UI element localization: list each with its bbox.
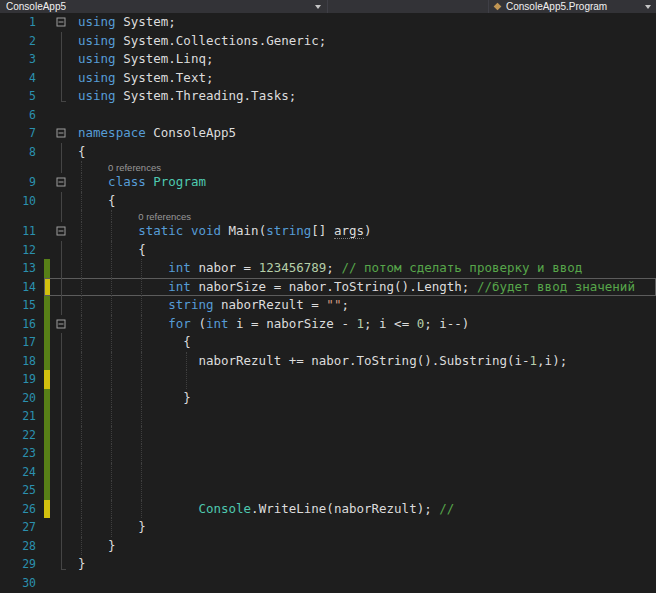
line-number[interactable]: 2: [0, 32, 44, 51]
line-number[interactable]: 1: [0, 13, 44, 32]
outlining-margin: [50, 192, 72, 211]
code-text: 0 references: [72, 210, 656, 222]
code-line[interactable]: 17 {: [0, 333, 656, 352]
code-line[interactable]: 1using System;: [0, 13, 656, 32]
line-number[interactable]: 15: [0, 296, 44, 315]
code-line[interactable]: 23: [0, 444, 656, 463]
code-text: [72, 481, 656, 500]
code-line[interactable]: 9 class Program: [0, 173, 656, 192]
outlining-margin: [50, 500, 72, 519]
fold-collapse-icon[interactable]: [50, 315, 72, 334]
code-line[interactable]: 12 {: [0, 241, 656, 260]
code-line[interactable]: 13 int nabor = 123456789; // потом сдела…: [0, 259, 656, 278]
code-line[interactable]: 29}: [0, 555, 656, 574]
line-number[interactable]: 23: [0, 444, 44, 463]
line-number[interactable]: 22: [0, 426, 44, 445]
code-line[interactable]: 2using System.Collections.Generic;: [0, 32, 656, 51]
code-line[interactable]: 16 for (int i = naborSize - 1; i <= 0; i…: [0, 315, 656, 334]
line-number[interactable]: 18: [0, 352, 44, 371]
line-number[interactable]: 29: [0, 555, 44, 574]
line-number[interactable]: 12: [0, 241, 44, 260]
line-number[interactable]: [0, 210, 44, 222]
line-number[interactable]: 8: [0, 143, 44, 162]
fold-collapse-icon[interactable]: [50, 124, 72, 143]
codelens-references[interactable]: 0 references: [108, 162, 161, 173]
line-number[interactable]: 25: [0, 481, 44, 500]
line-number[interactable]: 26: [0, 500, 44, 519]
line-body: {: [44, 192, 656, 211]
chevron-down-icon: [645, 5, 651, 9]
indent-guide: [141, 407, 142, 426]
line-number[interactable]: 13: [0, 259, 44, 278]
fold-collapse-icon[interactable]: [50, 173, 72, 192]
line-number[interactable]: [0, 161, 44, 173]
code-line[interactable]: 27 }: [0, 518, 656, 537]
indent-guide: [81, 407, 82, 426]
codelens-references[interactable]: 0 references: [138, 211, 191, 222]
class-icon: [494, 3, 502, 11]
code-line[interactable]: 4using System.Text;: [0, 69, 656, 88]
code-line[interactable]: 7namespace ConsoleApp5: [0, 124, 656, 143]
line-number[interactable]: 17: [0, 333, 44, 352]
code-line[interactable]: 24: [0, 463, 656, 482]
line-number[interactable]: 11: [0, 222, 44, 241]
line-body: [44, 481, 656, 500]
line-number[interactable]: 3: [0, 50, 44, 69]
line-number[interactable]: 20: [0, 389, 44, 408]
code-line[interactable]: 25: [0, 481, 656, 500]
code-line[interactable]: 3using System.Linq;: [0, 50, 656, 69]
editor-rows: 1using System;2using System.Collections.…: [0, 13, 656, 593]
code-line[interactable]: 10 {: [0, 192, 656, 211]
line-number[interactable]: 7: [0, 124, 44, 143]
line-number[interactable]: 6: [0, 106, 44, 125]
code-line[interactable]: 28 }: [0, 537, 656, 556]
indent-guide: [81, 444, 82, 463]
line-number[interactable]: 27: [0, 518, 44, 537]
code-text: int naborSize = nabor.ToString().Length;…: [72, 278, 656, 297]
code-line[interactable]: 15 string naborRezult = "";: [0, 296, 656, 315]
code-text: namespace ConsoleApp5: [72, 124, 656, 143]
line-body: namespace ConsoleApp5: [44, 124, 656, 143]
line-number[interactable]: 5: [0, 87, 44, 106]
code-text: {: [72, 143, 656, 162]
fold-collapse-icon[interactable]: [50, 13, 72, 32]
code-line[interactable]: 14 int naborSize = nabor.ToString().Leng…: [0, 278, 656, 297]
indent-guide: [141, 481, 142, 500]
code-line[interactable]: 18 naborRezult += nabor.ToString().Subst…: [0, 352, 656, 371]
type-dropdown[interactable]: ConsoleApp5.Program: [488, 0, 656, 13]
code-line[interactable]: 5using System.Threading.Tasks;: [0, 87, 656, 106]
outlining-margin: [50, 278, 72, 297]
code-line[interactable]: 8{: [0, 143, 656, 162]
code-line[interactable]: 11 static void Main(string[] args): [0, 222, 656, 241]
line-number[interactable]: 30: [0, 574, 44, 593]
line-number[interactable]: 9: [0, 173, 44, 192]
outlining-margin: [50, 426, 72, 445]
code-line[interactable]: 21: [0, 407, 656, 426]
code-line[interactable]: 30: [0, 574, 656, 593]
line-number[interactable]: 24: [0, 463, 44, 482]
code-line[interactable]: 22: [0, 426, 656, 445]
code-text: [72, 574, 656, 593]
line-number[interactable]: 14: [0, 278, 44, 297]
line-number[interactable]: 21: [0, 407, 44, 426]
line-number[interactable]: 19: [0, 370, 44, 389]
line-number[interactable]: 10: [0, 192, 44, 211]
codelens-row[interactable]: 0 references: [0, 210, 656, 222]
indent-guide: [111, 444, 112, 463]
indent-guide: [111, 481, 112, 500]
code-text: }: [72, 555, 656, 574]
code-line[interactable]: 6: [0, 106, 656, 125]
indent-guide: [141, 463, 142, 482]
project-dropdown[interactable]: ConsoleApp5: [0, 0, 328, 13]
fold-collapse-icon[interactable]: [50, 222, 72, 241]
line-number[interactable]: 16: [0, 315, 44, 334]
line-number[interactable]: 28: [0, 537, 44, 556]
line-number[interactable]: 4: [0, 69, 44, 88]
code-line[interactable]: 19: [0, 370, 656, 389]
code-text: [72, 444, 656, 463]
code-line[interactable]: 20 }: [0, 389, 656, 408]
outlining-margin: [50, 296, 72, 315]
outlining-margin: [50, 574, 72, 593]
code-line[interactable]: 26 Console.WriteLine(naborRezult); //: [0, 500, 656, 519]
codelens-row[interactable]: 0 references: [0, 161, 656, 173]
